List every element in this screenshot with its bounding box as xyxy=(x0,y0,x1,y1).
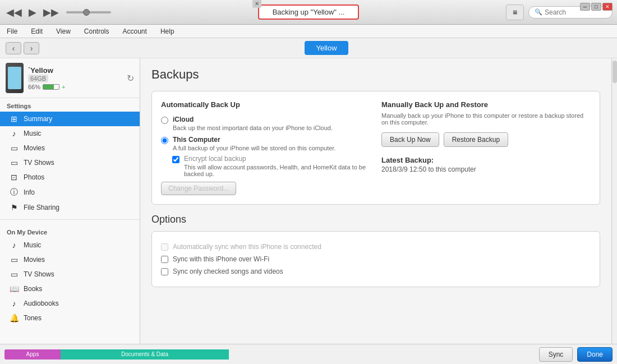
back-button[interactable]: ‹ xyxy=(6,42,21,54)
sidebar-item-summary-label: Summary xyxy=(24,115,52,123)
auto-sync-checkbox[interactable] xyxy=(161,243,168,251)
main-layout: `Yellow 64GB 66% + ↻ Settings ⊞ Summary … xyxy=(0,58,617,344)
change-password-button[interactable]: Change Password... xyxy=(161,182,236,195)
menu-help[interactable]: Help xyxy=(158,26,177,36)
this-computer-radio[interactable] xyxy=(161,137,168,144)
icloud-radio[interactable] xyxy=(161,117,168,124)
sidebar-item-audiobooks[interactable]: ♪ Audiobooks xyxy=(0,296,140,311)
minimize-button[interactable]: ─ xyxy=(580,3,590,11)
close-button[interactable]: ✕ xyxy=(602,3,613,11)
sidebar-item-file-sharing-label: File Sharing xyxy=(24,204,59,211)
sync-button[interactable]: Sync xyxy=(539,347,573,362)
device-name-button[interactable]: Yellow xyxy=(305,41,348,55)
apps-segment: Apps xyxy=(4,349,61,360)
menu-view[interactable]: View xyxy=(54,26,73,36)
menu-edit[interactable]: Edit xyxy=(29,26,45,36)
backup-action-buttons: Back Up Now Restore Backup xyxy=(381,132,591,147)
wifi-sync-label: Sync with this iPhone over Wi-Fi xyxy=(173,255,269,263)
done-button[interactable]: Done xyxy=(577,347,613,362)
storage-bar: Apps Documents & Data xyxy=(4,349,535,360)
page-title: Backups xyxy=(151,67,600,82)
on-device-label: On My Device xyxy=(0,224,140,238)
manual-backup-column: Manually Back Up and Restore Manually ba… xyxy=(381,100,591,195)
sidebar: `Yellow 64GB 66% + ↻ Settings ⊞ Summary … xyxy=(0,58,140,344)
backup-now-button[interactable]: Back Up Now xyxy=(381,132,439,147)
device-capacity: 64GB xyxy=(28,75,48,82)
device-section: `Yellow 64GB 66% + ↻ xyxy=(0,58,140,98)
battery-fill xyxy=(43,85,53,89)
auto-backup-title: Automatically Back Up xyxy=(161,100,370,109)
manual-backup-title: Manually Back Up and Restore xyxy=(381,100,591,109)
manual-backup-desc: Manually back up your iPhone to this com… xyxy=(381,112,591,126)
bottombar: Apps Documents & Data Sync Done xyxy=(0,344,617,364)
sidebar-item-photos[interactable]: ⊡ Photos xyxy=(0,170,140,185)
sidebar-item-device-tv-shows-label: TV Shows xyxy=(24,270,54,278)
encrypt-desc: This will allow account passwords, Healt… xyxy=(184,164,370,177)
icloud-desc: Back up the most important data on your … xyxy=(173,125,333,131)
docs-segment: Documents & Data xyxy=(61,349,229,360)
music-icon: ♪ xyxy=(9,129,19,138)
device-name: `Yellow xyxy=(28,66,122,75)
sidebar-item-tv-shows-label: TV Shows xyxy=(24,159,54,167)
sidebar-item-music[interactable]: ♪ Music xyxy=(0,126,140,141)
sync-icon[interactable]: ↻ xyxy=(127,73,134,84)
restore-backup-button[interactable]: Restore Backup xyxy=(444,132,508,147)
latest-backup: Latest Backup: 2018/3/9 12:50 to this co… xyxy=(381,156,591,173)
auto-backup-column: Automatically Back Up iCloud Back up the… xyxy=(161,100,370,195)
active-tab[interactable]: ✕ Backing up "Yellow" ... xyxy=(258,4,360,20)
backup-radio-group: iCloud Back up the most important data o… xyxy=(161,116,370,151)
option-checked-songs: Sync only checked songs and videos xyxy=(161,265,591,278)
this-computer-radio-item: This Computer A full backup of your iPho… xyxy=(161,136,370,151)
sidebar-item-device-tv-shows[interactable]: ▭ TV Shows xyxy=(0,267,140,282)
icloud-radio-item: iCloud Back up the most important data o… xyxy=(161,116,370,131)
device-music-icon: ♪ xyxy=(9,241,19,250)
sidebar-item-device-movies-label: Movies xyxy=(24,256,45,264)
nav-row: ‹ › Yellow xyxy=(0,38,617,58)
sidebar-item-device-music-label: Music xyxy=(24,241,41,249)
sidebar-item-device-music[interactable]: ♪ Music xyxy=(0,238,140,252)
sidebar-item-summary[interactable]: ⊞ Summary xyxy=(0,112,140,126)
sidebar-item-tv-shows[interactable]: ▭ TV Shows xyxy=(0,155,140,170)
encrypt-label: Encrypt local backup xyxy=(184,155,370,163)
sidebar-item-tones[interactable]: 🔔 Tones xyxy=(0,311,140,325)
forward-button[interactable]: › xyxy=(24,42,39,54)
docs-label: Documents & Data xyxy=(121,351,168,357)
search-icon: 🔍 xyxy=(535,8,542,16)
list-button[interactable]: ≡ xyxy=(506,4,524,20)
sidebar-item-books-label: Books xyxy=(24,285,42,293)
options-section: Options Automatically sync when this iPh… xyxy=(151,214,600,287)
window-controls: ─ □ ✕ xyxy=(580,3,613,11)
play-button[interactable]: ▶ xyxy=(27,6,38,19)
checked-songs-label: Sync only checked songs and videos xyxy=(173,268,283,275)
volume-slider[interactable] xyxy=(66,11,111,13)
sidebar-item-books[interactable]: 📖 Books xyxy=(0,282,140,296)
content-area: Backups Automatically Back Up iCloud Bac… xyxy=(140,58,611,344)
option-wifi-sync: Sync with this iPhone over Wi-Fi xyxy=(161,253,591,265)
sidebar-item-file-sharing[interactable]: ⚑ File Sharing xyxy=(0,200,140,215)
menu-account[interactable]: Account xyxy=(121,26,149,36)
scrollbar[interactable] xyxy=(611,58,617,344)
sidebar-item-movies[interactable]: ▭ Movies xyxy=(0,141,140,155)
auto-sync-label: Automatically sync when this iPhone is c… xyxy=(173,243,321,251)
encrypt-checkbox[interactable] xyxy=(172,156,179,163)
maximize-button[interactable]: □ xyxy=(591,3,601,11)
prev-button[interactable]: ◀◀ xyxy=(4,6,24,19)
next-button[interactable]: ▶▶ xyxy=(42,6,61,19)
menubar: File Edit View Controls Account Help xyxy=(0,25,617,38)
backups-box: Automatically Back Up iCloud Back up the… xyxy=(151,91,600,205)
sidebar-item-device-movies[interactable]: ▭ Movies xyxy=(0,252,140,267)
tab-close-button[interactable]: ✕ xyxy=(252,0,261,8)
sidebar-item-audiobooks-label: Audiobooks xyxy=(24,300,59,307)
sidebar-item-info[interactable]: ⓘ Info xyxy=(0,185,140,200)
file-sharing-icon: ⚑ xyxy=(9,203,19,212)
menu-controls[interactable]: Controls xyxy=(82,26,112,36)
summary-icon: ⊞ xyxy=(9,114,19,123)
encrypt-checkbox-item: Encrypt local backup This will allow acc… xyxy=(172,155,370,177)
wifi-sync-checkbox[interactable] xyxy=(161,256,168,263)
checked-songs-checkbox[interactable] xyxy=(161,268,168,275)
apps-label: Apps xyxy=(26,351,39,357)
info-icon: ⓘ xyxy=(9,187,19,197)
icloud-label: iCloud xyxy=(173,116,333,123)
menu-file[interactable]: File xyxy=(4,26,20,36)
transport-controls: ◀◀ ▶ ▶▶ xyxy=(4,6,111,19)
